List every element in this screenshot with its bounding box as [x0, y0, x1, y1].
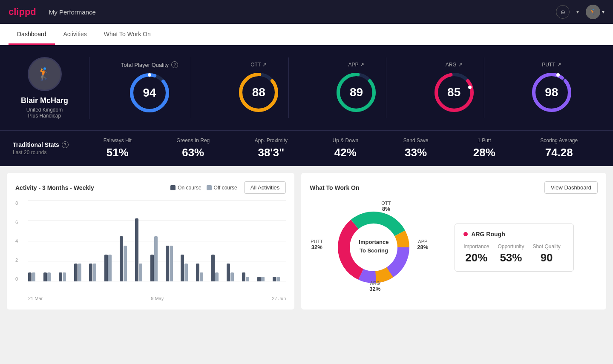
stat-item: Up & Down42% [333, 138, 359, 159]
arg-detail-card: ARG Rough Importance20%Opportunity53%Sho… [455, 224, 574, 272]
score-cards: Total Player Quality ? 94 OTT ↗ [89, 57, 600, 118]
plus-icon: ⊕ [561, 9, 565, 15]
legend: On course Off course [170, 185, 237, 191]
app-label: APP ↗ [348, 62, 364, 68]
tab-dashboard[interactable]: Dashboard [9, 24, 55, 45]
bar-group [104, 255, 118, 281]
bar-group [211, 255, 225, 281]
arg-gauge: 85 [433, 71, 475, 114]
tab-activities[interactable]: Activities [55, 24, 95, 45]
bar-group [89, 264, 103, 281]
ott-value: 88 [252, 86, 265, 99]
stat-item: 1 Putt28% [473, 138, 495, 159]
bottom-section: Activity - 3 Months - Weekly On course O… [0, 166, 613, 316]
arg-value: 85 [447, 86, 460, 99]
ott-gauge: 88 [237, 71, 280, 114]
putt-label: PUTT ↗ [542, 62, 561, 68]
tpq-gauge: 94 [128, 72, 171, 114]
arg-donut-label: ARG32% [369, 281, 380, 292]
stats-info-icon[interactable]: ? [62, 141, 69, 148]
arg-metric: Opportunity53% [498, 244, 524, 264]
arg-arrow: ↗ [458, 62, 463, 68]
stats-subtitle: Last 20 rounds [13, 149, 81, 155]
arg-metric: Shot Quality90 [532, 244, 560, 264]
arg-card-title: ARG Rough [463, 231, 565, 238]
work-content: Importance To Scoring OTT8% APP28% ARG32… [310, 201, 598, 294]
user-chevron: ▾ [602, 9, 604, 15]
bar-group [28, 272, 42, 281]
arg-card: ARG ↗ 85 [424, 57, 484, 118]
arg-metric: Importance20% [463, 244, 489, 264]
tpq-info-icon[interactable]: ? [171, 61, 178, 68]
nav-actions: ⊕ ▾ 🏌 ▾ [556, 5, 604, 19]
x-axis: 21 Mar9 May27 Jun [15, 296, 286, 301]
chart-title: Activity - 3 Months - Weekly [15, 184, 164, 191]
ott-donut-label: OTT8% [381, 201, 391, 212]
donut-center-text: Importance To Scoring [359, 238, 389, 255]
off-course-dot [207, 185, 212, 190]
y-axis: 02468 [15, 201, 18, 281]
bar-chart: 02468 [15, 201, 286, 294]
app-arrow: ↗ [360, 62, 364, 68]
work-header: What To Work On View Dashboard [310, 181, 598, 194]
add-chevron: ▾ [576, 9, 579, 15]
player-country: United Kingdom [26, 107, 63, 113]
stats-bar: Traditional Stats ? Last 20 rounds Fairw… [0, 130, 613, 166]
app-value: 89 [350, 86, 363, 99]
logo: clippd [9, 6, 36, 17]
nav-bar: clippd My Performance ⊕ ▾ 🏌 ▾ [0, 0, 613, 24]
stat-item: Fairways Hit51% [104, 138, 132, 159]
tab-what-to-work-on[interactable]: What To Work On [95, 24, 159, 45]
on-course-label: On course [178, 185, 201, 191]
bar-group [74, 264, 88, 281]
bar-group [227, 264, 240, 281]
all-activities-button[interactable]: All Activities [244, 181, 286, 194]
legend-on-course: On course [170, 185, 201, 191]
arg-label: ARG ↗ [446, 62, 463, 68]
bar-group [166, 246, 179, 281]
ott-card: OTT ↗ 88 [229, 57, 289, 118]
bar-group [135, 218, 149, 281]
stat-item: App. Proximity38'3" [255, 138, 288, 159]
putt-gauge: 98 [530, 71, 573, 114]
bar-group [196, 264, 210, 281]
logo-text: clippd [9, 6, 36, 17]
svg-point-12 [556, 73, 560, 77]
app-card: APP ↗ 89 [326, 57, 386, 118]
bar-group [242, 272, 256, 281]
player-handicap: Plus Handicap [28, 113, 61, 119]
chart-panel: Activity - 3 Months - Weekly On course O… [7, 173, 294, 310]
off-course-label: Off course [214, 185, 237, 191]
arg-metrics: Importance20%Opportunity53%Shot Quality9… [463, 244, 565, 264]
bar-group [257, 277, 271, 281]
avatar: 🏌 [586, 5, 600, 19]
tpq-card: Total Player Quality ? 94 [117, 57, 191, 118]
arg-card-dot [463, 232, 468, 236]
user-avatar-button[interactable]: 🏌 ▾ [586, 5, 604, 19]
stats-items: Fairways Hit51%Greens In Reg63%App. Prox… [81, 138, 600, 159]
chart-header: Activity - 3 Months - Weekly On course O… [15, 181, 286, 194]
nav-title: My Performance [49, 9, 96, 16]
view-dashboard-button[interactable]: View Dashboard [544, 181, 598, 194]
donut-area: Importance To Scoring OTT8% APP28% ARG32… [310, 201, 446, 294]
tpq-value: 94 [143, 86, 156, 100]
tabs-bar: Dashboard Activities What To Work On [0, 24, 613, 45]
bar-group [120, 236, 133, 281]
svg-point-9 [468, 86, 472, 89]
hero-section: 🏌 Blair McHarg United Kingdom Plus Handi… [0, 45, 613, 130]
stats-label-group: Traditional Stats ? Last 20 rounds [13, 141, 81, 155]
player-name: Blair McHarg [21, 96, 68, 105]
stats-title: Traditional Stats ? [13, 141, 81, 148]
stat-item: Scoring Average74.28 [540, 138, 578, 159]
app-gauge: 89 [335, 71, 377, 114]
putt-card: PUTT ↗ 98 [522, 57, 581, 118]
bar-group [181, 255, 194, 281]
work-title: What To Work On [310, 184, 544, 191]
on-course-dot [170, 185, 176, 190]
bar-group [273, 277, 286, 281]
stat-item: Sand Save33% [403, 138, 429, 159]
bar-group [59, 272, 72, 281]
player-info: 🏌 Blair McHarg United Kingdom Plus Handi… [13, 57, 89, 119]
add-button[interactable]: ⊕ [556, 5, 570, 19]
putt-arrow: ↗ [557, 62, 561, 68]
